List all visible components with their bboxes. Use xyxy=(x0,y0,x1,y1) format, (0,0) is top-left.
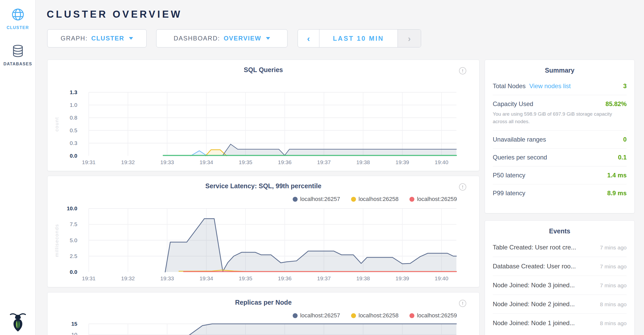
event-row: Node Joined: Node 3 joined...7 mins ago xyxy=(493,276,627,295)
time-range-selector: ‹ LAST 10 MIN › xyxy=(298,29,421,47)
svg-text:19:37: 19:37 xyxy=(317,159,331,165)
summary-row-value: 3 xyxy=(623,82,627,90)
svg-text:0.0: 0.0 xyxy=(70,153,77,159)
dashboard-dropdown[interactable]: DASHBOARD: OVERVIEW xyxy=(156,29,287,47)
dashboard-dropdown-label: DASHBOARD: xyxy=(174,35,220,42)
summary-row-value: 0 xyxy=(623,136,627,143)
summary-row: P99 latency8.9 ms xyxy=(493,184,627,202)
svg-text:7.5: 7.5 xyxy=(70,221,77,227)
summary-title: Summary xyxy=(485,67,634,74)
event-text: Node Joined: Node 1 joined... xyxy=(493,319,575,327)
svg-text:1.0: 1.0 xyxy=(70,102,77,108)
time-range-prev-button[interactable]: ‹ xyxy=(298,30,319,47)
svg-text:19:33: 19:33 xyxy=(160,159,174,165)
service-latency-chart-card: Service Latency: SQL, 99th percentile ! … xyxy=(47,176,479,287)
svg-text:0.5: 0.5 xyxy=(70,127,77,133)
svg-text:19:32: 19:32 xyxy=(121,275,135,281)
event-time: 7 mins ago xyxy=(596,282,627,289)
summary-row-label: P99 latency xyxy=(493,190,525,197)
svg-text:10.0: 10.0 xyxy=(67,205,77,211)
cockroachdb-logo xyxy=(0,312,36,333)
event-time: 7 mins ago xyxy=(596,245,627,251)
chart-canvas[interactable]: 0.00.30.50.81.01.319:3119:3219:3319:3419… xyxy=(47,60,480,171)
summary-row: Unavailable ranges0 xyxy=(493,130,627,148)
svg-text:19:39: 19:39 xyxy=(395,159,409,165)
svg-text:19:38: 19:38 xyxy=(356,159,370,165)
view-nodes-list-link[interactable]: View nodes list xyxy=(529,82,571,90)
svg-text:19:38: 19:38 xyxy=(356,275,370,281)
replicas-per-node-chart-card: Replicas per Node ! localhost:26257local… xyxy=(47,292,479,335)
svg-text:2.5: 2.5 xyxy=(70,253,77,259)
summary-row: P50 latency1.4 ms xyxy=(493,166,627,184)
svg-text:0.0: 0.0 xyxy=(70,269,77,275)
svg-text:19:32: 19:32 xyxy=(121,159,135,165)
svg-text:15: 15 xyxy=(71,321,78,327)
svg-text:19:33: 19:33 xyxy=(160,275,174,281)
sidebar: CLUSTER DATABASES xyxy=(0,0,36,335)
sidebar-item-label: DATABASES xyxy=(0,62,36,66)
svg-text:0.3: 0.3 xyxy=(70,140,77,146)
event-row: Table Created: User root cre...7 mins ag… xyxy=(493,238,627,257)
summary-row-label: Unavailable ranges xyxy=(493,136,546,143)
svg-text:19:31: 19:31 xyxy=(82,275,96,281)
event-text: Database Created: User roo... xyxy=(493,263,576,270)
summary-row-value: 0.1 xyxy=(618,154,627,161)
svg-text:19:36: 19:36 xyxy=(278,159,292,165)
event-row: Node Joined: Node 1 joined...8 mins ago xyxy=(493,313,627,332)
summary-row-value: 8.9 ms xyxy=(607,190,627,197)
event-time: 8 mins ago xyxy=(596,320,627,326)
summary-row-value: 1.4 ms xyxy=(607,172,627,179)
summary-rows: Total NodesView nodes list3Capacity Used… xyxy=(493,77,627,202)
globe-icon xyxy=(11,18,25,23)
summary-row-value: 85.82% xyxy=(606,100,627,108)
svg-text:19:35: 19:35 xyxy=(239,159,252,165)
events-panel: Events Table Created: User root cre...7 … xyxy=(485,220,635,335)
chart-canvas[interactable]: 1015 xyxy=(47,292,480,335)
chevron-left-icon: ‹ xyxy=(307,33,310,44)
summary-row: Capacity Used85.82%You are using 598.9 G… xyxy=(493,95,627,130)
event-row: Database Created: User roo...7 mins ago xyxy=(493,257,627,276)
svg-text:0.8: 0.8 xyxy=(70,115,77,121)
svg-text:5.0: 5.0 xyxy=(70,237,77,243)
chevron-right-icon: › xyxy=(408,33,411,44)
event-row: Node Joined: Node 2 joined...8 mins ago xyxy=(493,295,627,313)
summary-row-label: Total Nodes xyxy=(493,82,526,90)
summary-panel: Summary Total NodesView nodes list3Capac… xyxy=(485,60,635,213)
cluster-overview-page: CLUSTER DATABASES xyxy=(0,0,644,335)
sql-queries-chart-card: SQL Queries ! count 0.00.30.50.81.01.319… xyxy=(47,60,479,171)
svg-text:19:34: 19:34 xyxy=(200,275,213,281)
summary-row-description: You are using 598.9 GiB of 697.9 GiB sto… xyxy=(493,110,617,125)
sidebar-item-label: CLUSTER xyxy=(0,25,36,30)
summary-row-label: Queries per second xyxy=(493,154,547,161)
svg-text:19:37: 19:37 xyxy=(317,275,331,281)
svg-text:19:39: 19:39 xyxy=(395,275,409,281)
event-text: Node Joined: Node 2 joined... xyxy=(493,301,575,308)
sidebar-item-databases[interactable]: DATABASES xyxy=(0,44,36,66)
graph-dropdown-value: CLUSTER xyxy=(91,35,124,42)
time-range-next-button[interactable]: › xyxy=(398,30,421,47)
graph-dropdown-label: GRAPH: xyxy=(61,35,88,42)
summary-row-label: Capacity Used xyxy=(493,100,533,108)
svg-text:19:34: 19:34 xyxy=(200,159,213,165)
dashboard-dropdown-value: OVERVIEW xyxy=(224,35,261,42)
event-text: Node Joined: Node 3 joined... xyxy=(493,282,575,289)
sidebar-item-cluster[interactable]: CLUSTER xyxy=(0,7,36,30)
svg-text:1.3: 1.3 xyxy=(70,89,77,95)
svg-text:19:40: 19:40 xyxy=(435,275,448,281)
database-icon xyxy=(11,54,25,59)
event-time: 7 mins ago xyxy=(596,263,627,270)
graph-dropdown[interactable]: GRAPH: CLUSTER xyxy=(47,29,147,47)
svg-text:10: 10 xyxy=(71,332,77,335)
chart-canvas[interactable]: 0.02.55.07.510.019:3119:3219:3319:3419:3… xyxy=(47,176,480,288)
summary-row: Total NodesView nodes list3 xyxy=(493,77,627,95)
events-title: Events xyxy=(485,227,634,235)
summary-row-label: P50 latency xyxy=(493,172,525,179)
svg-text:19:36: 19:36 xyxy=(278,275,292,281)
event-time: 8 mins ago xyxy=(596,301,627,308)
chevron-down-icon xyxy=(129,37,133,40)
time-range-label[interactable]: LAST 10 MIN xyxy=(319,30,398,47)
events-list: Table Created: User root cre...7 mins ag… xyxy=(493,238,627,332)
summary-row: Queries per second0.1 xyxy=(493,148,627,166)
svg-text:19:35: 19:35 xyxy=(239,275,252,281)
svg-text:19:40: 19:40 xyxy=(435,159,448,165)
